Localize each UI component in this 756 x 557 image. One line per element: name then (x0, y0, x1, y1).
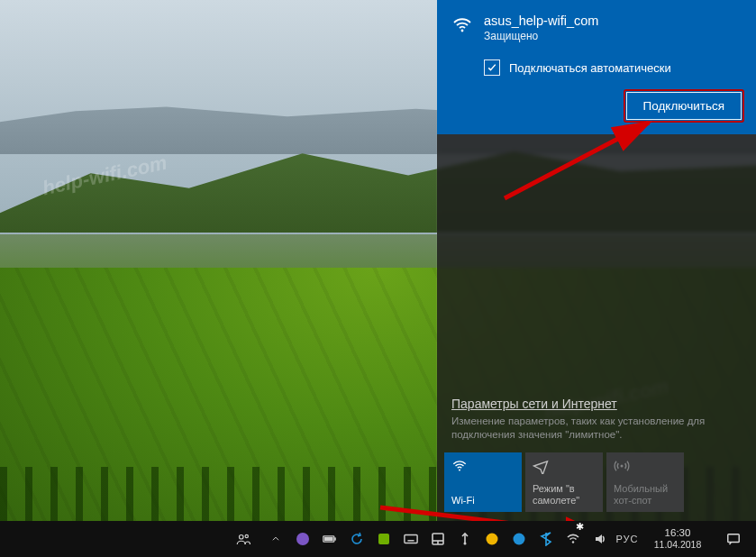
tile-label: Wi-Fi (451, 495, 515, 507)
flyout-network-list[interactable] (437, 134, 756, 397)
network-flyout: asus_help-wifi_com Защищено Подключаться… (437, 0, 756, 521)
svg-rect-11 (378, 534, 389, 544)
tray-chevron-up-icon[interactable] (268, 521, 284, 557)
quick-tiles: Wi-Fi Режим "в самолете" Мобильный хот-с… (437, 442, 756, 521)
svg-rect-12 (405, 535, 417, 543)
network-status: Защищено (484, 29, 742, 43)
system-tray: ✱ РУС 16:30 11.04.2018 (228, 521, 756, 557)
nvidia-icon[interactable] (376, 521, 392, 557)
tile-label: Режим "в самолете" (533, 483, 596, 507)
network-name: asus_help-wifi_com (484, 13, 742, 29)
svg-point-2 (621, 465, 624, 468)
svg-point-7 (296, 533, 309, 545)
tile-hotspot[interactable]: Мобильный хот-спот (606, 452, 684, 512)
network-settings-link[interactable]: Параметры сети и Интернет (451, 397, 617, 411)
battery-icon[interactable] (322, 521, 338, 557)
svg-point-23 (514, 534, 525, 545)
selected-network-panel[interactable]: asus_help-wifi_com Защищено Подключаться… (437, 0, 756, 134)
bluetooth-icon[interactable] (538, 521, 554, 557)
auto-connect-row[interactable]: Подключаться автоматически (484, 59, 742, 76)
clock-date: 11.04.2018 (646, 539, 709, 551)
viber-icon[interactable] (295, 521, 311, 557)
airplane-icon (533, 458, 596, 474)
clock-time: 16:30 (646, 527, 709, 539)
network-settings-block: Параметры сети и Интернет Изменение пара… (437, 397, 756, 442)
wifi-tray-icon[interactable]: ✱ (565, 521, 581, 557)
svg-point-24 (572, 541, 574, 543)
svg-point-0 (461, 30, 464, 32)
svg-point-21 (464, 543, 467, 545)
auto-connect-checkbox[interactable] (484, 59, 500, 76)
hotspot-icon (614, 458, 677, 474)
tile-wifi[interactable]: Wi-Fi (444, 452, 522, 512)
svg-point-5 (240, 535, 244, 540)
wifi-icon (451, 14, 473, 40)
svg-point-1 (459, 470, 460, 471)
keyboard-icon[interactable] (403, 521, 419, 557)
volume-icon[interactable] (592, 521, 608, 557)
wifi-asterisk-icon: ✱ (576, 521, 584, 533)
touchpad-icon[interactable] (430, 521, 446, 557)
network-settings-sub: Изменение параметров, таких как установл… (451, 415, 742, 442)
usb-eject-icon[interactable] (457, 521, 473, 557)
tile-airplane[interactable]: Режим "в самолете" (525, 452, 603, 512)
connect-button[interactable]: Подключиться (626, 92, 742, 120)
tile-label: Мобильный хот-спот (614, 483, 677, 507)
sync-icon[interactable] (349, 521, 365, 557)
info-icon[interactable] (511, 521, 527, 557)
people-icon[interactable] (235, 521, 251, 557)
clock[interactable]: 16:30 11.04.2018 (646, 527, 709, 551)
svg-rect-9 (334, 537, 336, 540)
emoji-icon[interactable] (484, 521, 500, 557)
language-indicator[interactable]: РУС (619, 521, 635, 557)
svg-point-6 (245, 534, 248, 537)
desktop: help-wifi.com help-wifi.com asus_help-wi… (0, 0, 756, 557)
wifi-icon (451, 458, 515, 474)
action-center-icon[interactable] (720, 532, 747, 546)
taskbar: ✱ РУС 16:30 11.04.2018 (0, 521, 756, 557)
svg-point-22 (487, 534, 498, 545)
auto-connect-label: Подключаться автоматически (509, 61, 671, 75)
svg-rect-25 (728, 534, 739, 543)
svg-rect-10 (324, 537, 333, 541)
